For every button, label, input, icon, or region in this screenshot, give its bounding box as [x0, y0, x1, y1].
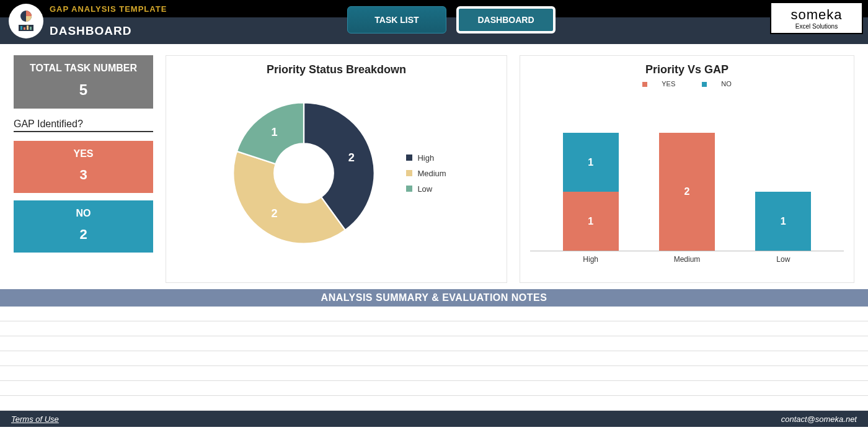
brand-name: someka — [790, 7, 842, 23]
svg-rect-3 — [24, 27, 25, 30]
legend-label-low: Low — [417, 184, 432, 194]
priority-vs-gap-title: Priority Vs GAP — [530, 63, 844, 76]
gap-identified-label: GAP Identified? — [14, 119, 153, 132]
chart-pie-icon — [14, 9, 38, 34]
gap-yes-value: 3 — [16, 167, 151, 183]
total-task-value: 5 — [16, 81, 151, 99]
page-title: DASHBOARD — [50, 24, 132, 38]
priority-breakdown-title: Priority Status Breakdown — [176, 63, 497, 76]
svg-rect-2 — [20, 26, 22, 30]
svg-rect-5 — [30, 27, 32, 30]
priority-breakdown-panel: Priority Status Breakdown 221 High Mediu… — [166, 55, 507, 283]
bar-legend-swatch-no — [702, 82, 707, 87]
legend-label-medium: Medium — [417, 169, 446, 178]
bar-category-label: Low — [749, 255, 817, 264]
bar-category-label: High — [557, 255, 625, 264]
contact-text: contact@someka.net — [781, 414, 857, 424]
donut-legend: High Medium Low — [406, 147, 446, 200]
total-task-label: TOTAL TASK NUMBER — [16, 63, 151, 74]
bar-segment: 1 — [563, 192, 619, 251]
legend-swatch-medium — [406, 170, 412, 176]
bar-category-label: Medium — [653, 255, 721, 264]
notes-row[interactable] — [0, 396, 868, 411]
bar-legend-no: NO — [721, 80, 732, 87]
nav-dashboard-button[interactable]: DASHBOARD — [456, 6, 556, 34]
svg-rect-4 — [27, 25, 29, 30]
template-title: GAP ANALYSIS TEMPLATE — [50, 4, 167, 14]
brand-logo: someka Excel Solutions — [770, 2, 863, 34]
gap-no-label: NO — [16, 208, 151, 219]
donut-value: 2 — [272, 207, 278, 220]
legend-label-high: High — [417, 153, 434, 163]
bar-chart: 1121 — [530, 90, 844, 251]
brand-subtitle: Excel Solutions — [795, 23, 838, 30]
notes-row[interactable] — [0, 351, 868, 366]
bar-legend-swatch-yes — [642, 82, 647, 87]
notes-row[interactable] — [0, 307, 868, 321]
gap-no-value: 2 — [16, 226, 151, 243]
bar-segment: 2 — [659, 133, 715, 251]
gap-no-card: NO 2 — [14, 200, 153, 253]
donut-chart: 221 — [226, 96, 381, 251]
gap-yes-card: YES 3 — [14, 141, 153, 193]
notes-header: ANALYSIS SUMMARY & EVALUATION NOTES — [0, 289, 868, 307]
bar-segment: 1 — [755, 192, 811, 251]
donut-value: 2 — [348, 151, 355, 164]
priority-vs-gap-panel: Priority Vs GAP YES NO 1121 HighMediumLo… — [520, 55, 854, 283]
notes-row[interactable] — [0, 381, 868, 396]
notes-rows[interactable] — [0, 307, 868, 411]
nav-task-list-button[interactable]: TASK LIST — [347, 6, 446, 34]
legend-swatch-low — [406, 186, 412, 192]
legend-swatch-high — [406, 155, 412, 161]
bar-legend-yes: YES — [662, 80, 675, 87]
terms-link[interactable]: Terms of Use — [11, 414, 59, 424]
bar-legend: YES NO — [530, 80, 844, 87]
notes-row[interactable] — [0, 321, 868, 336]
donut-value: 1 — [272, 126, 278, 138]
notes-row[interactable] — [0, 336, 868, 351]
donut-slice — [237, 102, 304, 164]
gap-yes-label: YES — [16, 148, 151, 159]
total-task-card: TOTAL TASK NUMBER 5 — [14, 55, 153, 109]
bar-segment: 1 — [563, 133, 619, 192]
app-logo — [9, 4, 43, 38]
notes-row[interactable] — [0, 366, 868, 381]
